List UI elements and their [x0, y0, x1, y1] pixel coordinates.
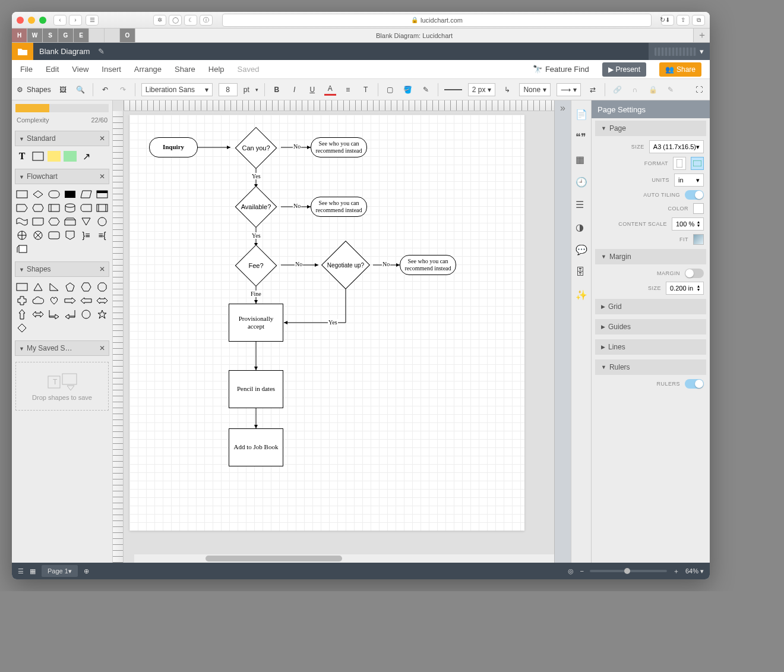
- list-icon[interactable]: ☰: [18, 567, 24, 575]
- shape-star[interactable]: [96, 309, 109, 320]
- menu-arrange[interactable]: Arrange: [134, 65, 162, 74]
- shape-arrow-u[interactable]: [15, 309, 29, 320]
- page-size-select[interactable]: A3 (11.7x16.5)▾: [649, 140, 704, 153]
- close-window[interactable]: [17, 17, 24, 24]
- node-inquiry[interactable]: Inquiry: [149, 137, 198, 157]
- section-rulers[interactable]: ▼Rulers: [595, 359, 706, 375]
- fc-shape[interactable]: [96, 216, 109, 227]
- fc-shape[interactable]: [31, 203, 45, 213]
- text-color-icon[interactable]: A: [324, 84, 336, 96]
- layers-icon[interactable]: ☰: [576, 199, 587, 211]
- fc-shape[interactable]: [48, 230, 61, 241]
- align-icon[interactable]: ≡: [342, 84, 354, 96]
- data-icon[interactable]: 🗄: [576, 267, 587, 279]
- zoom-out[interactable]: −: [580, 567, 583, 575]
- right-panel-toggle[interactable]: »: [554, 100, 571, 563]
- units-select[interactable]: in▾: [674, 173, 704, 187]
- node-recommend-2[interactable]: See who you can recommend instead: [311, 197, 367, 217]
- margin-size-input[interactable]: 0.200 in▴▾: [666, 282, 704, 295]
- menu-file[interactable]: File: [20, 65, 33, 74]
- page-tab[interactable]: Page 1 ▾: [42, 565, 78, 577]
- close-icon[interactable]: ✕: [99, 134, 105, 143]
- shape-arrow-r[interactable]: [64, 295, 77, 306]
- wrench-icon[interactable]: ✎: [665, 84, 676, 96]
- ext-icon[interactable]: ✲: [153, 15, 166, 26]
- note-green[interactable]: [64, 151, 77, 162]
- shape-octagon[interactable]: [96, 282, 109, 292]
- fc-shape[interactable]: [64, 189, 77, 200]
- folder-icon[interactable]: [12, 43, 33, 60]
- fc-shape[interactable]: }≡: [80, 230, 93, 241]
- section-margin[interactable]: ▼Margin: [595, 249, 706, 264]
- fc-shape[interactable]: [64, 230, 77, 241]
- fc-shape[interactable]: [15, 230, 29, 241]
- browser-tab-active[interactable]: Blank Diagram: Lucidchart: [135, 29, 693, 42]
- present-button[interactable]: ▶ Present: [602, 62, 646, 77]
- section-flowchart[interactable]: ▼Flowchart ✕: [15, 169, 109, 184]
- h-scrollbar[interactable]: [134, 554, 554, 563]
- shape-triangle[interactable]: [31, 282, 45, 292]
- fc-shape[interactable]: [15, 203, 29, 213]
- shape-diamond[interactable]: [15, 323, 29, 333]
- fc-shape[interactable]: [31, 189, 45, 200]
- fc-shape[interactable]: [48, 203, 61, 213]
- fc-shape[interactable]: [96, 189, 109, 200]
- fc-shape[interactable]: [64, 216, 77, 227]
- pencil-icon[interactable]: ✎: [98, 47, 105, 56]
- rulers-toggle[interactable]: [685, 379, 704, 389]
- rect-shape[interactable]: [31, 151, 45, 162]
- page-color-swatch[interactable]: [693, 203, 704, 214]
- italic-icon[interactable]: I: [289, 84, 301, 96]
- font-size-input[interactable]: 8: [219, 83, 238, 96]
- note-yellow[interactable]: [48, 151, 61, 162]
- new-tab-button[interactable]: ＋: [693, 29, 710, 42]
- fc-shape[interactable]: [15, 189, 29, 200]
- node-recommend-3[interactable]: See who you can recommend instead: [400, 255, 456, 275]
- close-icon[interactable]: ✕: [99, 344, 105, 352]
- share-button[interactable]: 👥 Share: [659, 62, 701, 77]
- share-icon[interactable]: ⇪: [676, 15, 690, 26]
- fullscreen-icon[interactable]: ⛶: [693, 84, 705, 96]
- paper[interactable]: Inquiry Can you? See who you can recomme…: [129, 115, 524, 531]
- node-available[interactable]: Available?: [237, 188, 275, 226]
- shape-pentagon[interactable]: [64, 282, 77, 292]
- quote-icon[interactable]: ❝❞: [576, 131, 587, 143]
- fit-button[interactable]: [693, 234, 704, 245]
- bold-icon[interactable]: B: [271, 84, 283, 96]
- node-jobbook[interactable]: Add to Job Book: [229, 428, 283, 466]
- fc-shape[interactable]: [64, 203, 77, 213]
- target-icon[interactable]: ◎: [568, 567, 574, 575]
- bucket-icon[interactable]: 🪣: [402, 84, 414, 96]
- underline-icon[interactable]: U: [306, 84, 318, 96]
- section-standard[interactable]: ▼Standard ✕: [15, 131, 109, 146]
- favorite-item[interactable]: S: [43, 29, 58, 42]
- ext-icon[interactable]: ⓘ: [200, 15, 213, 26]
- canvas-viewport[interactable]: Inquiry Can you? See who you can recomme…: [124, 111, 554, 563]
- zoom-window[interactable]: [39, 17, 46, 24]
- search-icon[interactable]: 🔍: [75, 84, 87, 96]
- menu-view[interactable]: View: [72, 65, 88, 74]
- line-width-select[interactable]: 2 px▾: [468, 83, 496, 96]
- node-negotiate[interactable]: Negotiate up?: [320, 243, 372, 287]
- content-scale-input[interactable]: 100 %▴▾: [672, 217, 704, 231]
- favorite-item[interactable]: H: [12, 29, 27, 42]
- node-recommend-1[interactable]: See who you can recommend instead: [311, 137, 367, 157]
- orientation-landscape[interactable]: [691, 157, 704, 170]
- forward-button[interactable]: ›: [69, 15, 82, 26]
- favorite-item[interactable]: [105, 29, 120, 42]
- add-page-button[interactable]: ⊕: [84, 567, 89, 575]
- section-shapes[interactable]: ▼Shapes ✕: [15, 261, 109, 277]
- saved-shapes-drop[interactable]: T Drop shapes to save: [15, 362, 109, 411]
- theme-icon[interactable]: ◑: [576, 222, 587, 234]
- url-bar[interactable]: 🔒 lucidchart.com ↻: [222, 14, 652, 27]
- zoom-value[interactable]: 64% ▾: [685, 567, 704, 575]
- section-page[interactable]: ▼Page: [595, 121, 706, 136]
- line-style[interactable]: [444, 89, 462, 90]
- arrow-tool[interactable]: ↗: [80, 151, 93, 162]
- sidebar-toggle[interactable]: ☰: [86, 15, 99, 26]
- page-icon[interactable]: 📄: [576, 109, 587, 121]
- menu-insert[interactable]: Insert: [102, 65, 121, 74]
- section-saved[interactable]: ▼My Saved S… ✕: [15, 340, 109, 356]
- comments-icon[interactable]: 💬: [576, 244, 587, 256]
- link-icon[interactable]: 🔗: [611, 84, 623, 96]
